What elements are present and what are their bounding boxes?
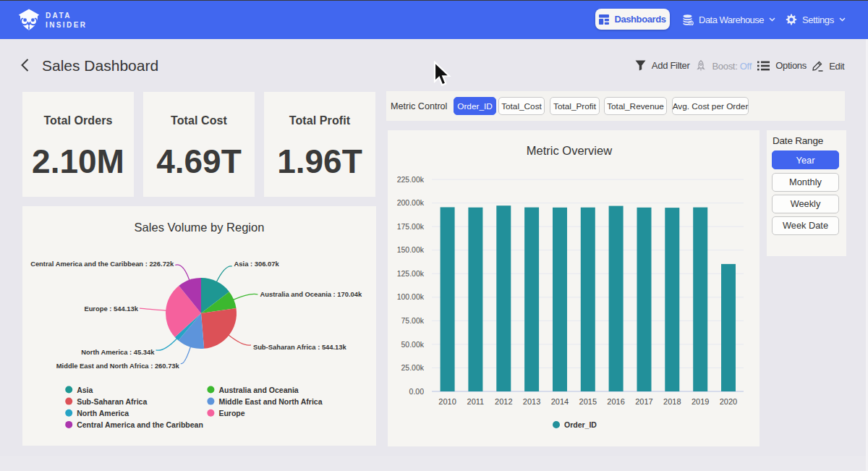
svg-text:2013: 2013 [523, 397, 540, 406]
svg-text:100.00k: 100.00k [397, 292, 425, 301]
svg-text:Sub-Saharan Africa: Sub-Saharan Africa [77, 397, 147, 406]
svg-text:Middle East and North Africa: Middle East and North Africa [218, 397, 322, 406]
svg-text:Central America and the Caribb: Central America and the Caribbean : 226.… [30, 260, 174, 268]
svg-text:Asia: Asia [77, 386, 93, 394]
svg-text:2015: 2015 [579, 397, 597, 406]
svg-text:125.00k: 125.00k [397, 269, 425, 278]
svg-text:Australia and Oceania: Australia and Oceania [218, 386, 298, 394]
svg-text:2010: 2010 [438, 397, 456, 406]
svg-text:2019: 2019 [692, 397, 709, 406]
svg-text:2014: 2014 [551, 397, 569, 406]
svg-text:225.00k: 225.00k [397, 175, 425, 184]
svg-text:Australia and Oceania : 170.04: Australia and Oceania : 170.04k [260, 290, 362, 298]
svg-text:2018: 2018 [663, 397, 681, 406]
svg-text:75.00k: 75.00k [401, 316, 424, 325]
svg-text:0.00: 0.00 [409, 387, 425, 396]
svg-text:2012: 2012 [495, 397, 512, 406]
svg-text:Asia : 306.07k: Asia : 306.07k [234, 260, 280, 268]
svg-text:2020: 2020 [720, 397, 737, 406]
svg-text:North America : 45.34k: North America : 45.34k [81, 348, 155, 356]
svg-text:150.00k: 150.00k [397, 245, 425, 254]
svg-text:50.00k: 50.00k [401, 340, 424, 349]
svg-text:2017: 2017 [635, 397, 652, 406]
svg-text:Europe: Europe [218, 409, 244, 417]
svg-text:Europe : 544.13k: Europe : 544.13k [84, 305, 138, 313]
svg-text:Sub-Saharan Africa : 544.13k: Sub-Saharan Africa : 544.13k [253, 343, 347, 351]
svg-text:25.00k: 25.00k [401, 363, 424, 372]
svg-text:175.00k: 175.00k [397, 222, 425, 231]
svg-text:Central America and the Caribb: Central America and the Caribbean [77, 420, 203, 429]
svg-text:Order_ID: Order_ID [564, 420, 597, 429]
svg-text:2016: 2016 [607, 397, 624, 406]
svg-text:200.00k: 200.00k [397, 198, 425, 207]
svg-text:2011: 2011 [467, 397, 485, 406]
svg-text:Middle East and North Africa :: Middle East and North Africa : 260.73k [56, 362, 180, 370]
svg-text:North America: North America [77, 409, 129, 417]
